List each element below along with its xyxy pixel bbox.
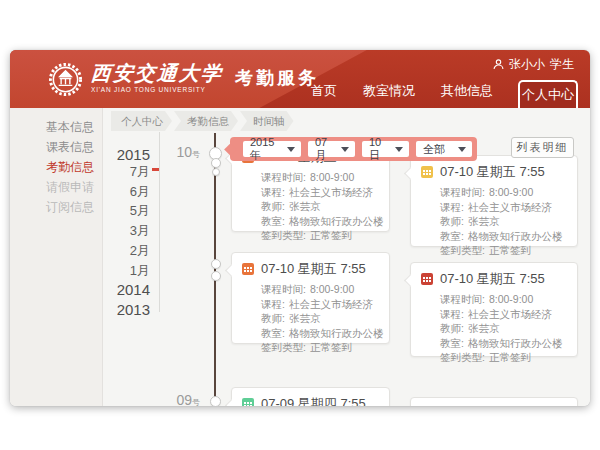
calendar-icon bbox=[242, 263, 254, 275]
axis-year-2014[interactable]: 2014 bbox=[85, 281, 150, 298]
axis-month-may[interactable]: 5月 bbox=[85, 202, 150, 220]
app-header: 西安交通大学 XI'AN JIAO TONG UNIVERSITY 考勤服务 张… bbox=[10, 50, 590, 108]
attendance-card: 07-10 星期五 7:55 课程时间:8:00-9:00 课程:社会主义市场经… bbox=[410, 262, 578, 357]
timeline-node bbox=[211, 259, 221, 269]
attendance-card-clipped: 07-09 星期四 7:55 bbox=[231, 387, 390, 406]
user-info[interactable]: 张小小 学生 bbox=[493, 56, 574, 73]
calendar-icon bbox=[421, 166, 433, 178]
breadcrumb: 个人中心 考勤信息 时间轴 bbox=[111, 111, 296, 131]
brand: 西安交通大学 XI'AN JIAO TONG UNIVERSITY 考勤服务 bbox=[48, 62, 319, 97]
person-icon bbox=[493, 59, 504, 70]
user-role: 学生 bbox=[550, 56, 574, 73]
attendance-card-clipped bbox=[410, 397, 578, 406]
current-month-tick bbox=[152, 168, 159, 171]
calendar-icon bbox=[421, 273, 433, 285]
chevron-down-icon bbox=[395, 147, 403, 152]
app-window: 西安交通大学 XI'AN JIAO TONG UNIVERSITY 考勤服务 张… bbox=[10, 50, 590, 406]
filter-bubble: 2015年 07月 10日 全部 bbox=[230, 137, 477, 161]
type-select[interactable]: 全部 bbox=[416, 141, 472, 157]
axis-month-jan[interactable]: 1月 bbox=[85, 262, 150, 280]
axis-month-jun[interactable]: 6月 bbox=[85, 183, 150, 201]
timeline-node bbox=[212, 168, 220, 176]
axis-year-2015[interactable]: 2015 bbox=[85, 146, 150, 163]
axis-month-feb[interactable]: 2月 bbox=[85, 242, 150, 260]
nav-tab-personal-center[interactable]: 个人中心 bbox=[518, 80, 578, 108]
main-nav: 首页 教室情况 其他信息 个人中心 bbox=[298, 80, 578, 108]
nav-classrooms[interactable]: 教室情况 bbox=[350, 82, 428, 100]
list-detail-button[interactable]: 列表明细 bbox=[511, 137, 574, 158]
axis-month-jul[interactable]: 7月 bbox=[85, 163, 150, 181]
breadcrumb-personal-center[interactable]: 个人中心 bbox=[111, 111, 172, 131]
chevron-down-icon bbox=[287, 147, 295, 152]
day-select[interactable]: 10日 bbox=[362, 141, 409, 157]
day-marker-09: 09号 bbox=[166, 392, 200, 406]
sidebar-item-basic-info[interactable]: 基本信息 bbox=[10, 117, 102, 137]
month-axis-line bbox=[159, 132, 160, 312]
axis-year-2013[interactable]: 2013 bbox=[85, 301, 150, 318]
axis-month-mar[interactable]: 3月 bbox=[85, 222, 150, 240]
university-logo-icon bbox=[48, 62, 83, 97]
year-select[interactable]: 2015年 bbox=[243, 141, 301, 157]
chevron-down-icon bbox=[458, 147, 466, 152]
user-name: 张小小 bbox=[509, 56, 545, 73]
attendance-card: 07-10 星期五 7:55 课程时间:8:00-9:00 课程:社会主义市场经… bbox=[410, 155, 578, 247]
chevron-down-icon bbox=[341, 147, 349, 152]
calendar-icon bbox=[242, 398, 254, 406]
nav-home[interactable]: 首页 bbox=[298, 82, 350, 100]
timeline-node bbox=[211, 158, 221, 168]
nav-other-info[interactable]: 其他信息 bbox=[428, 82, 506, 100]
timeline-node bbox=[210, 396, 221, 406]
university-name-cn: 西安交通大学 bbox=[90, 62, 224, 84]
attendance-card: 07-10 星期五 7:55 课程时间:8:00-9:00 课程:社会主义市场经… bbox=[231, 252, 390, 344]
content-area: 基本信息 课表信息 考勤信息 请假申请 订阅信息 个人中心 考勤信息 时间轴 2… bbox=[10, 108, 590, 406]
day-marker-10: 10号 bbox=[166, 144, 200, 160]
month-select[interactable]: 07月 bbox=[308, 141, 355, 157]
university-name-en: XI'AN JIAO TONG UNIVERSITY bbox=[91, 86, 223, 93]
breadcrumb-timeline[interactable]: 时间轴 bbox=[240, 111, 294, 131]
breadcrumb-attendance[interactable]: 考勤信息 bbox=[174, 111, 238, 131]
timeline-node bbox=[211, 271, 221, 281]
